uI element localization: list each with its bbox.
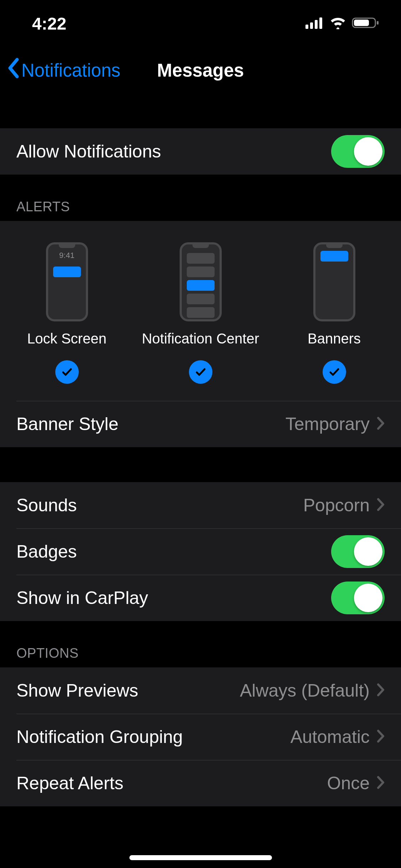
sounds-cell[interactable]: Sounds Popcorn: [0, 482, 401, 528]
badges-label: Badges: [16, 541, 331, 562]
cellular-icon: [305, 17, 324, 30]
chevron-right-icon: [377, 680, 385, 701]
check-icon: [323, 360, 346, 384]
show-previews-value: Always (Default): [240, 680, 370, 701]
status-icons: [305, 16, 387, 31]
alert-option-label: Lock Screen: [27, 331, 106, 347]
nav-bar: Notifications Messages: [0, 47, 401, 93]
show-previews-label: Show Previews: [16, 680, 240, 701]
battery-icon: [352, 16, 380, 31]
status-time: 4:22: [32, 14, 66, 33]
sounds-value: Popcorn: [303, 495, 370, 516]
repeat-alerts-label: Repeat Alerts: [16, 773, 327, 794]
settings-screen: 4:22 Notifications Messages Allow Notifi…: [0, 0, 401, 868]
chevron-right-icon: [377, 773, 385, 794]
chevron-right-icon: [377, 495, 385, 516]
banner-style-cell[interactable]: Banner Style Temporary: [0, 401, 401, 447]
alert-option-lock-screen[interactable]: 9:41 Lock Screen: [1, 242, 133, 384]
notification-grouping-cell[interactable]: Notification Grouping Automatic: [0, 714, 401, 760]
alert-option-label: Notification Center: [142, 331, 259, 347]
allow-notifications-cell[interactable]: Allow Notifications: [0, 128, 401, 175]
allow-notifications-toggle[interactable]: [331, 135, 385, 168]
back-button[interactable]: Notifications: [7, 57, 120, 83]
options-section-header: OPTIONS: [0, 646, 95, 667]
svg-rect-2: [315, 20, 318, 29]
notification-grouping-label: Notification Grouping: [16, 727, 291, 747]
notification-grouping-value: Automatic: [291, 727, 370, 747]
banners-icon: [313, 242, 355, 321]
check-icon: [189, 360, 212, 384]
lock-screen-icon: 9:41: [46, 242, 88, 321]
chevron-right-icon: [377, 727, 385, 747]
show-previews-cell[interactable]: Show Previews Always (Default): [0, 667, 401, 714]
allow-notifications-label: Allow Notifications: [16, 141, 331, 162]
home-indicator[interactable]: [129, 855, 272, 860]
svg-rect-1: [310, 22, 313, 29]
badges-toggle[interactable]: [331, 535, 385, 568]
back-label: Notifications: [21, 60, 120, 81]
carplay-label: Show in CarPlay: [16, 588, 331, 608]
banner-style-label: Banner Style: [16, 414, 286, 434]
alert-option-label: Banners: [308, 331, 361, 347]
alert-option-notification-center[interactable]: Notification Center: [134, 242, 267, 384]
notification-center-icon: [180, 242, 222, 321]
svg-rect-6: [377, 21, 379, 25]
svg-rect-0: [305, 25, 308, 29]
repeat-alerts-value: Once: [327, 773, 370, 794]
svg-rect-3: [319, 17, 322, 29]
banner-style-value: Temporary: [286, 414, 370, 434]
chevron-right-icon: [377, 414, 385, 434]
carplay-toggle[interactable]: [331, 582, 385, 614]
alerts-section-header: ALERTS: [0, 199, 86, 221]
alert-option-banners[interactable]: Banners: [268, 242, 400, 384]
svg-rect-5: [354, 20, 369, 26]
badges-cell[interactable]: Badges: [0, 528, 401, 575]
chevron-left-icon: [7, 57, 20, 83]
wifi-icon: [329, 16, 347, 31]
alerts-options-row: 9:41 Lock Screen Notification Center: [0, 221, 401, 401]
sounds-label: Sounds: [16, 495, 303, 516]
repeat-alerts-cell[interactable]: Repeat Alerts Once: [0, 760, 401, 806]
status-bar: 4:22: [0, 0, 401, 47]
lock-screen-preview-time: 9:41: [48, 251, 86, 260]
carplay-cell[interactable]: Show in CarPlay: [0, 575, 401, 621]
check-icon: [55, 360, 79, 384]
